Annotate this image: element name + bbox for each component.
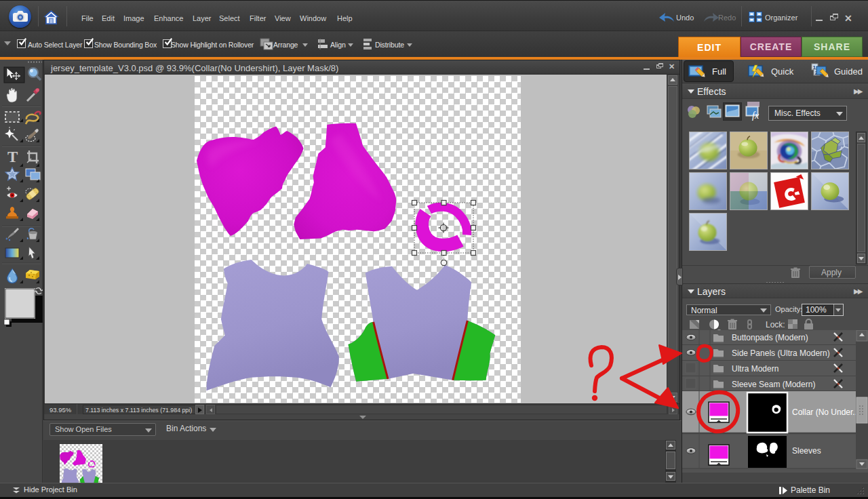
svg-text:Ultra Modern: Ultra Modern (732, 364, 778, 374)
svg-text:fx: fx (752, 111, 760, 121)
svg-text:Sleeve Seam (Modern): Sleeve Seam (Modern) (732, 380, 815, 389)
svg-text:T: T (7, 148, 18, 165)
svg-text:Side Panels (Ultra Modern): Side Panels (Ultra Modern) (732, 348, 830, 358)
svg-text:Buttonpads (Modern): Buttonpads (Modern) (732, 333, 808, 342)
svg-text:Collar (No Under...: Collar (No Under... (792, 407, 859, 417)
svg-text:Sleeves: Sleeves (792, 446, 821, 456)
svg-text:Lock:: Lock: (766, 320, 785, 330)
